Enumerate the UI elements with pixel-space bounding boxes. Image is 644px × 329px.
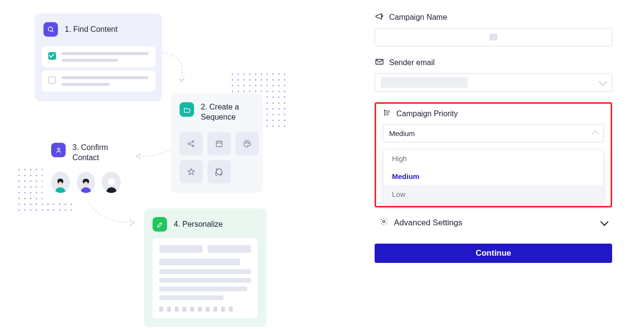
arrow: [133, 148, 172, 167]
chat-icon: [208, 160, 231, 183]
svg-point-11: [245, 142, 246, 143]
field-label-text: Campaign Priority: [396, 110, 458, 118]
step-number: 3.: [72, 143, 79, 151]
palette-icon: [236, 132, 259, 155]
step-personalize: 4. Personalize: [144, 208, 266, 327]
svg-point-4: [192, 145, 194, 146]
svg-point-24: [383, 220, 385, 223]
campaign-name-input[interactable]: [375, 28, 612, 46]
envelope-icon: [375, 57, 384, 69]
svg-point-12: [247, 142, 248, 143]
folder-icon: [180, 102, 194, 117]
gear-icon: [379, 217, 388, 228]
svg-point-13: [248, 143, 249, 144]
priority-selected-value: Medium: [389, 129, 415, 137]
content-item: [42, 46, 155, 68]
sender-email-select[interactable]: [375, 73, 612, 92]
avatar: [51, 172, 70, 193]
priority-option-low[interactable]: Low: [383, 185, 603, 203]
priority-icon: [383, 109, 392, 119]
avatar: [77, 172, 96, 193]
continue-button[interactable]: Continue: [375, 244, 612, 263]
priority-select[interactable]: Medium: [383, 124, 604, 142]
priority-option-high[interactable]: High: [383, 150, 603, 167]
step-create-sequence: 2. Create a Sequence: [171, 94, 263, 193]
checkbox-on-icon: [48, 52, 56, 60]
svg-line-5: [190, 142, 192, 143]
megaphone-icon: [375, 12, 384, 23]
step-find-content: 1. Find Content: [35, 14, 162, 101]
svg-line-1: [52, 31, 54, 32]
svg-point-16: [57, 148, 59, 150]
blurred-value: [381, 77, 468, 88]
svg-marker-14: [188, 168, 195, 175]
document-preview: [153, 238, 258, 318]
search-icon: [43, 22, 58, 37]
field-sender-email: Sender email: [375, 57, 612, 92]
step-title: 4. Personalize: [174, 219, 223, 230]
svg-point-19: [108, 178, 114, 185]
field-campaign-name: Campaign Name: [375, 12, 612, 46]
blurred-placeholder: [490, 34, 497, 41]
star-icon: [180, 160, 203, 183]
svg-point-3: [192, 140, 194, 142]
share-icon: [180, 132, 203, 155]
field-label-text: Campaign Name: [389, 13, 447, 22]
chevron-down-icon: [599, 78, 607, 86]
chevron-up-icon: [592, 131, 599, 137]
avatar: [102, 172, 121, 193]
arrow: [162, 52, 201, 91]
content-item: [42, 70, 155, 92]
step-number: 2.: [201, 103, 207, 111]
calendar-icon: [208, 132, 231, 155]
step-title: 1. Find Content: [65, 25, 117, 35]
advanced-settings-label: Advanced Settings: [394, 218, 462, 228]
edit-icon: [153, 217, 167, 232]
svg-point-2: [188, 143, 190, 144]
user-icon: [51, 143, 66, 157]
svg-line-6: [190, 144, 192, 145]
chevron-down-icon: [601, 218, 609, 226]
onboarding-illustration: 1. Find Content 2. Create a Sequence: [0, 0, 304, 329]
svg-rect-20: [376, 59, 383, 64]
field-label-text: Sender email: [389, 58, 434, 67]
svg-point-0: [48, 27, 53, 31]
step-confirm-contact: 3. Confirm Contact: [42, 134, 129, 203]
field-campaign-priority: Campaign Priority Medium High Medium Low: [375, 102, 612, 207]
svg-point-15: [216, 169, 222, 175]
checkbox-off-icon: [48, 76, 56, 84]
campaign-form: Campaign Name Sender email Campaign Prio…: [375, 12, 612, 263]
svg-rect-7: [216, 141, 222, 146]
advanced-settings-toggle[interactable]: Advanced Settings: [375, 214, 612, 231]
priority-option-medium[interactable]: Medium: [383, 167, 603, 185]
priority-dropdown: High Medium Low: [383, 149, 604, 204]
